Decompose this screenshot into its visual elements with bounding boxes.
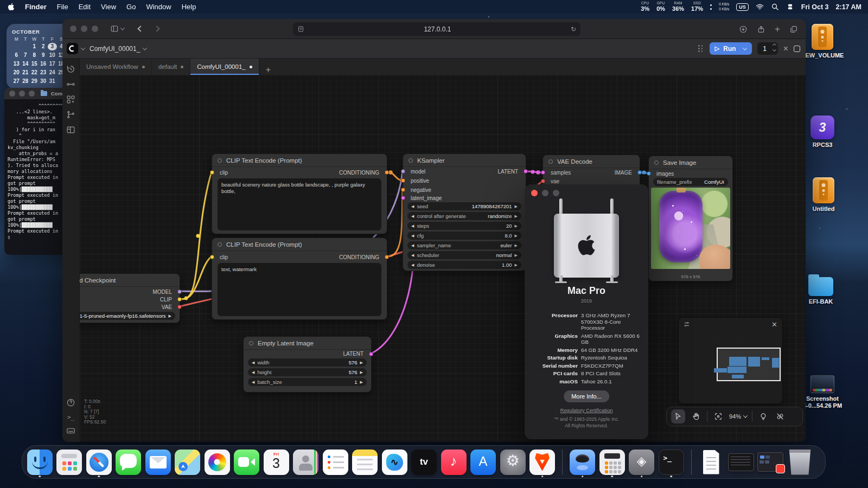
help-icon[interactable]: [66, 398, 75, 407]
sidebar-toggle-button[interactable]: [110, 24, 124, 33]
desktop-icon-new-volume[interactable]: NEW_VOLUME: [810, 24, 834, 59]
workflows-icon[interactable]: [66, 110, 75, 119]
input-source-menu[interactable]: US: [736, 3, 749, 11]
browser-close-button[interactable]: [70, 25, 76, 32]
port-latent-image[interactable]: [401, 196, 405, 200]
ssd-stat[interactable]: SSD17%: [691, 2, 703, 12]
port-images[interactable]: [647, 171, 651, 176]
spotlight-search-icon[interactable]: [771, 3, 779, 11]
about-this-mac-window[interactable]: Mac Pro 2019 Processor3 GHz AMD Ryzen 7 …: [525, 184, 648, 439]
workflow-tab-unsaved-workflow[interactable]: Unsaved Workflow: [80, 59, 152, 75]
dock-item-reminders[interactable]: [322, 447, 348, 477]
menu-help[interactable]: Help: [182, 3, 196, 11]
widget-height[interactable]: ◀height576▶: [248, 368, 367, 376]
menu-go[interactable]: Go: [126, 3, 136, 11]
cpu-stat[interactable]: CPU3%: [641, 2, 649, 12]
menu-file[interactable]: File: [57, 3, 68, 11]
browser-minimize-button[interactable]: [81, 25, 87, 32]
apple-menu-icon[interactable]: [8, 3, 15, 11]
dock-item-brave[interactable]: [529, 447, 556, 477]
minimap-close-icon[interactable]: ✕: [771, 320, 777, 329]
arrow-left-icon[interactable]: ◀: [252, 361, 254, 364]
more-info-button[interactable]: More Info...: [564, 390, 609, 402]
port-latent-out[interactable]: [524, 169, 528, 174]
port-samples[interactable]: [541, 170, 545, 175]
dock-item-audio-device[interactable]: [570, 447, 596, 477]
menu-view[interactable]: View: [101, 3, 116, 11]
zoom-level-dropdown[interactable]: 94%: [729, 413, 747, 420]
dock-item-safari[interactable]: [86, 447, 112, 477]
canvas-toggle-icon[interactable]: [794, 46, 800, 52]
chevron-down-icon[interactable]: [143, 46, 147, 50]
comfy-logo[interactable]: [67, 43, 78, 54]
ram-stat[interactable]: RAM36%: [672, 2, 684, 12]
port-model[interactable]: [401, 169, 405, 174]
dock-item-freeform[interactable]: [381, 447, 407, 477]
arrow-right-icon[interactable]: ▶: [360, 380, 363, 384]
network-speed[interactable]: 0 KB/s0 KB/s: [719, 2, 729, 11]
dock-item-calendar[interactable]: Fri3: [263, 447, 289, 477]
arrow-left-icon[interactable]: ◀: [411, 204, 414, 208]
collapse-dot[interactable]: [249, 341, 253, 345]
arrow-right-icon[interactable]: ▶: [515, 243, 518, 247]
toggle-links-button[interactable]: [774, 412, 786, 421]
port-negative[interactable]: [401, 188, 405, 192]
generated-image-preview[interactable]: [651, 188, 730, 269]
widget-filename-prefix[interactable]: filename_prefix ComfyUI: [653, 178, 728, 186]
arrow-right-icon[interactable]: ▶: [515, 263, 518, 267]
dock-item-app-store[interactable]: A: [470, 447, 496, 477]
dock-item-maps[interactable]: [175, 447, 201, 477]
widget-control-after-generate[interactable]: ◀control after generaterandomize▶: [407, 212, 521, 220]
desktop-icon-untitled[interactable]: Untitled: [812, 177, 835, 213]
prompt-textarea[interactable]: beautiful scenery nature glass bottle la…: [218, 178, 381, 230]
port-clip[interactable]: [210, 170, 214, 175]
arrow-right-icon[interactable]: ▶: [515, 234, 518, 237]
port-positive[interactable]: [401, 178, 405, 183]
address-bar[interactable]: 127.0.0.1 ↻: [293, 22, 580, 36]
port-clip[interactable]: [210, 255, 214, 259]
dock-item-messages[interactable]: [116, 447, 142, 477]
collapse-dot[interactable]: [409, 158, 413, 163]
desktop-icon-screenshot[interactable]: Screenshot5-0...54.26 PM: [810, 372, 834, 409]
batch-count-stepper[interactable]: 1: [757, 42, 778, 55]
arrow-left-icon[interactable]: ◀: [411, 243, 414, 247]
node-save-image[interactable]: Save Image images filename_prefix ComfyU…: [648, 156, 733, 281]
node-load-checkpoint[interactable]: Load Checkpoint MODEL CLIP VAE v1-5-prun…: [80, 273, 180, 323]
model-library-icon[interactable]: [66, 125, 75, 134]
widget-width[interactable]: ◀width576▶: [248, 358, 367, 367]
dock-item-finder[interactable]: [27, 447, 53, 477]
arrow-left-icon[interactable]: ◀: [411, 253, 414, 257]
about-zoom-button[interactable]: [553, 190, 559, 196]
toggle-lightbulb-button[interactable]: [757, 412, 769, 421]
arrow-right-icon[interactable]: ▶: [360, 370, 363, 374]
dock-item-contacts[interactable]: [293, 447, 319, 477]
dock-item-minimized-terminal-window[interactable]: [728, 447, 754, 477]
arrow-right-icon[interactable]: ▶: [515, 253, 518, 257]
about-close-button[interactable]: [531, 190, 538, 196]
dock-item-launchpad[interactable]: [56, 447, 82, 477]
arrow-left-icon[interactable]: ◀: [252, 370, 254, 374]
dock-item-trash[interactable]: [787, 447, 813, 477]
dock-item-apple-tv[interactable]: tv: [411, 447, 437, 477]
menu-window[interactable]: Window: [146, 3, 171, 11]
chevron-down-icon[interactable]: [81, 46, 85, 50]
keyboard-shortcuts-icon[interactable]: [66, 426, 75, 435]
new-workflow-tab-button[interactable]: +: [259, 65, 277, 75]
terminal-close-button[interactable]: [9, 91, 15, 97]
node-link-icon[interactable]: [66, 80, 75, 89]
arrow-right-icon[interactable]: ▶: [515, 214, 518, 218]
collapse-dot[interactable]: [548, 159, 553, 164]
menu-dots-icon[interactable]: [710, 4, 712, 10]
widget-cfg[interactable]: ◀cfg8.0▶: [407, 232, 521, 240]
menu-finder[interactable]: Finder: [25, 3, 47, 11]
arrow-left-icon[interactable]: ◀: [411, 224, 414, 228]
workflow-name[interactable]: ComfyUI_00001_: [90, 45, 140, 53]
dock-item-calculator[interactable]: [599, 447, 625, 477]
dock-item-mail[interactable]: [145, 447, 171, 477]
terminal-zoom-button[interactable]: [29, 91, 35, 97]
dock-item-notes[interactable]: [352, 447, 378, 477]
arrow-right-icon[interactable]: ▶: [515, 204, 518, 208]
workflow-tab-default[interactable]: default: [152, 59, 191, 75]
widget-ckpt-name[interactable]: v1-5-pruned-emaonly-fp16.safetensors ▶: [80, 312, 175, 320]
desktop-icon-rpcs3[interactable]: RPCS3: [810, 115, 834, 149]
